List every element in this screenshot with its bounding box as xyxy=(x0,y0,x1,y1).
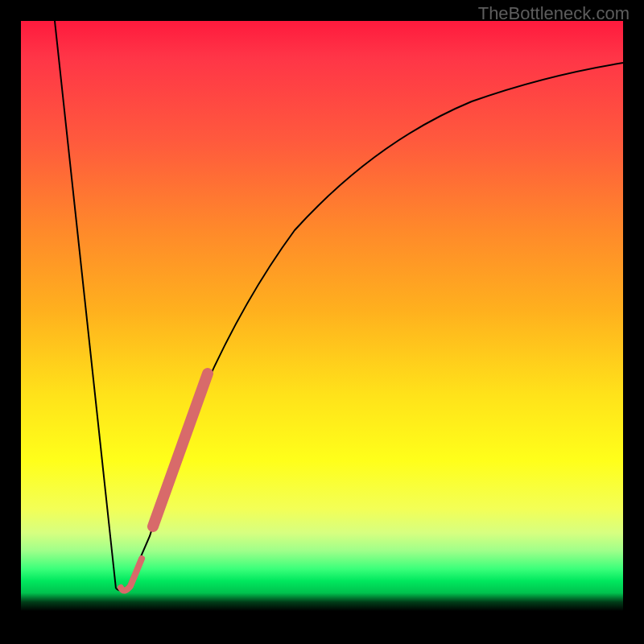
minimum-marker xyxy=(121,559,142,591)
chart-plot-area xyxy=(21,21,623,623)
highlighted-segment xyxy=(153,374,208,526)
watermark: TheBottleneck.com xyxy=(478,3,630,24)
bottleneck-curve xyxy=(21,21,623,623)
curve-right-branch xyxy=(116,63,623,591)
curve-left-branch xyxy=(55,21,116,588)
